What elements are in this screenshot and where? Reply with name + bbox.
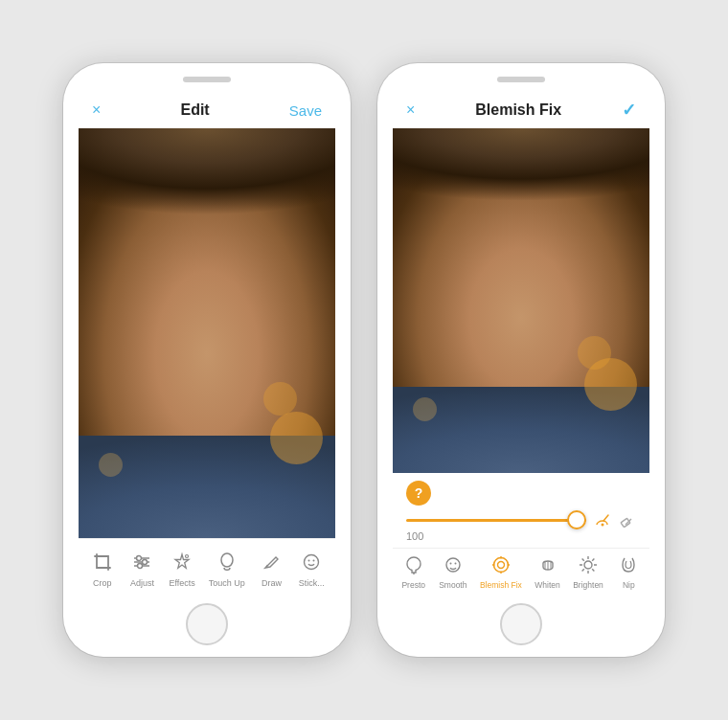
svg-rect-12 xyxy=(621,518,630,528)
tool-effects[interactable]: Effects xyxy=(165,547,199,590)
effects-icon xyxy=(169,549,195,575)
stickers-label: Stick... xyxy=(299,578,325,588)
slider-thumb[interactable] xyxy=(567,510,586,529)
svg-point-18 xyxy=(497,562,504,569)
svg-point-26 xyxy=(584,561,592,569)
stickers-icon xyxy=(298,549,325,575)
tool-touchup[interactable]: Touch Up xyxy=(205,547,249,590)
save-button[interactable]: Save xyxy=(289,102,322,119)
help-bubble[interactable]: ? xyxy=(406,481,431,506)
tool-presto[interactable]: Presto xyxy=(401,552,426,590)
phone-home-btn-right[interactable] xyxy=(500,603,542,645)
photo-area-left xyxy=(79,128,335,538)
smooth-label: Smooth xyxy=(439,580,466,590)
phones-container: × Edit Save xyxy=(63,63,665,657)
svg-point-10 xyxy=(313,560,315,562)
toolbar-tools-left: Crop xyxy=(79,547,335,590)
close-icon-left[interactable]: × xyxy=(92,101,101,119)
phone-speaker-right xyxy=(497,77,545,82)
bokeh-2 xyxy=(263,382,297,416)
slider-area: ? xyxy=(393,473,649,548)
svg-point-7 xyxy=(221,553,233,567)
svg-line-34 xyxy=(592,559,594,561)
svg-point-16 xyxy=(454,563,456,565)
svg-point-15 xyxy=(449,563,451,565)
hair-left xyxy=(79,128,335,272)
eraser-icon[interactable] xyxy=(619,511,636,529)
presto-label: Presto xyxy=(401,580,425,590)
tool-crop[interactable]: Crop xyxy=(85,547,120,590)
slider-track[interactable] xyxy=(406,519,586,522)
tool-whiten[interactable]: Whiten xyxy=(535,552,559,590)
nip-label: Nip xyxy=(623,580,635,590)
face-tools: Presto Smooth xyxy=(393,548,649,594)
tool-adjust[interactable]: Adjust xyxy=(125,547,159,590)
crop-icon xyxy=(89,549,116,575)
close-icon-right[interactable]: × xyxy=(406,101,415,119)
top-bar-right: × Blemish Fix ✓ xyxy=(393,92,649,128)
svg-point-4 xyxy=(143,560,148,565)
title-right: Blemish Fix xyxy=(475,101,561,119)
hair-right xyxy=(393,128,649,249)
draw-icon xyxy=(258,549,284,575)
whiten-label: Whiten xyxy=(535,580,559,590)
face-render-right xyxy=(393,128,649,473)
svg-point-3 xyxy=(137,556,142,561)
tool-brighten[interactable]: Brighten xyxy=(573,552,603,590)
phone-screen-right: × Blemish Fix ✓ ? xyxy=(393,92,649,594)
svg-point-11 xyxy=(602,524,604,527)
adjust-label: Adjust xyxy=(130,578,154,588)
svg-point-6 xyxy=(186,555,189,558)
slider-row xyxy=(406,511,636,529)
slider-value: 100 xyxy=(406,530,636,542)
phone-home-btn-left[interactable] xyxy=(186,603,228,645)
blemish-label: Blemish Fix xyxy=(480,580,522,590)
svg-line-33 xyxy=(582,569,584,571)
phone-screen-left: × Edit Save xyxy=(79,92,335,594)
check-icon-right[interactable]: ✓ xyxy=(622,100,636,121)
bottom-toolbar-left: Crop xyxy=(79,538,335,594)
presto-icon xyxy=(401,552,426,577)
adjust-icon xyxy=(128,549,155,575)
bokeh-r2 xyxy=(578,336,611,370)
tool-nip[interactable]: Nip xyxy=(616,552,641,590)
svg-point-8 xyxy=(305,555,319,570)
svg-line-32 xyxy=(592,569,594,571)
crop-label: Crop xyxy=(93,578,112,588)
svg-point-9 xyxy=(308,560,310,562)
tool-draw[interactable]: Draw xyxy=(254,547,288,590)
phone-left: × Edit Save xyxy=(63,63,351,657)
phone-right: × Blemish Fix ✓ ? xyxy=(377,63,665,657)
tool-stickers[interactable]: Stick... xyxy=(294,547,329,590)
svg-point-5 xyxy=(138,564,143,569)
photo-area-right xyxy=(393,128,649,473)
nip-icon xyxy=(616,552,641,577)
face-render-left xyxy=(79,128,335,538)
brush-icon[interactable] xyxy=(594,511,611,529)
whiten-icon xyxy=(535,552,560,577)
blemish-icon xyxy=(489,552,513,577)
svg-point-17 xyxy=(493,558,508,573)
tool-blemish-fix[interactable]: Blemish Fix xyxy=(480,552,522,590)
phone-speaker-left xyxy=(183,77,231,82)
bokeh-1 xyxy=(270,412,323,464)
touchup-label: Touch Up xyxy=(209,578,245,588)
draw-label: Draw xyxy=(262,578,282,588)
brighten-icon xyxy=(576,552,601,577)
svg-line-31 xyxy=(582,559,584,561)
effects-label: Effects xyxy=(169,578,194,588)
smooth-icon xyxy=(441,552,466,577)
title-left: Edit xyxy=(180,101,209,119)
top-bar-left: × Edit Save xyxy=(79,92,335,128)
tool-smooth[interactable]: Smooth xyxy=(439,552,466,590)
brighten-label: Brighten xyxy=(573,580,603,590)
touchup-icon xyxy=(214,549,240,575)
